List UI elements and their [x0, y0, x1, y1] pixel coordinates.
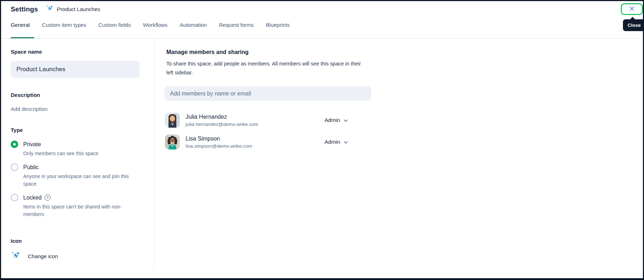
radio-locked-description: Items in this space can't be shared with… — [23, 203, 131, 218]
add-members-input[interactable] — [165, 86, 371, 101]
type-label: Type — [11, 127, 146, 133]
member-row-julia: Julia Hernandez julia.hernandez@demo.wri… — [165, 113, 381, 128]
tab-workflows[interactable]: Workflows — [143, 22, 167, 38]
tab-general[interactable]: General — [11, 22, 30, 38]
description-label: Description — [11, 92, 146, 98]
add-description-link[interactable]: Add description — [11, 106, 47, 112]
space-name-input[interactable] — [11, 61, 140, 78]
member-info: Julia Hernandez julia.hernandez@demo.wri… — [186, 113, 258, 128]
radio-public[interactable] — [11, 163, 18, 171]
tab-blueprints[interactable]: Blueprints — [266, 22, 290, 38]
radio-locked-label: Locked? — [23, 195, 51, 201]
type-option-public: Public Anyone in your workspace can see … — [11, 163, 146, 188]
member-name: Julia Hernandez — [186, 114, 258, 120]
radio-public-label: Public — [23, 164, 39, 171]
close-tooltip: Close — [623, 19, 644, 31]
avatar — [165, 134, 180, 149]
space-name-breadcrumb: Product Launches — [57, 6, 100, 12]
type-option-private: Private Only members can see this space — [11, 141, 146, 157]
member-info: Lisa Simpson lisa.simpson@demo.wrike.com — [186, 134, 252, 149]
change-icon-button[interactable]: Change icon — [11, 250, 146, 262]
settings-tab-bar: General Custom item types Custom fields … — [11, 22, 290, 38]
panel-divider — [154, 39, 154, 270]
tab-automation[interactable]: Automation — [180, 22, 207, 38]
dialog-header: Settings Product Launches — [11, 4, 100, 14]
radio-public-description: Anyone in your workspace can see and joi… — [23, 173, 135, 188]
members-heading: Manage members and sharing — [166, 49, 381, 55]
tab-custom-fields[interactable]: Custom fields — [99, 22, 131, 38]
space-badge: Product Launches — [46, 4, 100, 14]
member-role-value: Admin — [324, 139, 340, 145]
question-mark-icon[interactable]: ? — [45, 195, 51, 201]
member-email: lisa.simpson@demo.wrike.com — [186, 143, 252, 149]
radio-private[interactable] — [11, 141, 18, 148]
members-description: To share this space, add people as membe… — [166, 59, 368, 77]
type-option-locked: Locked? Items in this space can't be sha… — [11, 194, 146, 218]
icon-label: Icon — [11, 238, 146, 244]
radio-private-description: Only members can see this space — [23, 150, 135, 157]
radio-locked[interactable] — [11, 194, 18, 201]
close-button[interactable] — [621, 3, 643, 15]
space-name-label: Space name — [11, 49, 146, 55]
member-name: Lisa Simpson — [186, 136, 252, 142]
tab-request-forms[interactable]: Request forms — [219, 22, 254, 38]
settings-dialog: Settings Product Launches — [0, 0, 644, 280]
chevron-down-icon — [344, 139, 348, 145]
tab-custom-item-types[interactable]: Custom item types — [42, 22, 86, 38]
member-email: julia.hernandez@demo.wrike.com — [186, 122, 258, 127]
space-settings-panel: Space name Description Add description T… — [11, 39, 146, 262]
rocket-icon — [11, 250, 21, 262]
page-title: Settings — [11, 5, 38, 13]
member-role-value: Admin — [324, 117, 340, 123]
tab-divider-line — [1, 38, 643, 39]
members-panel: Manage members and sharing To share this… — [166, 39, 381, 156]
chevron-down-icon — [344, 117, 348, 123]
member-role-dropdown[interactable]: Admin — [324, 139, 348, 145]
change-icon-label: Change icon — [28, 253, 58, 259]
member-list: Julia Hernandez julia.hernandez@demo.wri… — [166, 113, 381, 149]
x-icon — [629, 6, 635, 13]
radio-private-label: Private — [23, 141, 41, 148]
avatar — [165, 113, 180, 128]
member-role-dropdown[interactable]: Admin — [324, 117, 348, 123]
member-row-lisa: Lisa Simpson lisa.simpson@demo.wrike.com… — [165, 134, 381, 149]
rocket-icon — [46, 4, 54, 14]
